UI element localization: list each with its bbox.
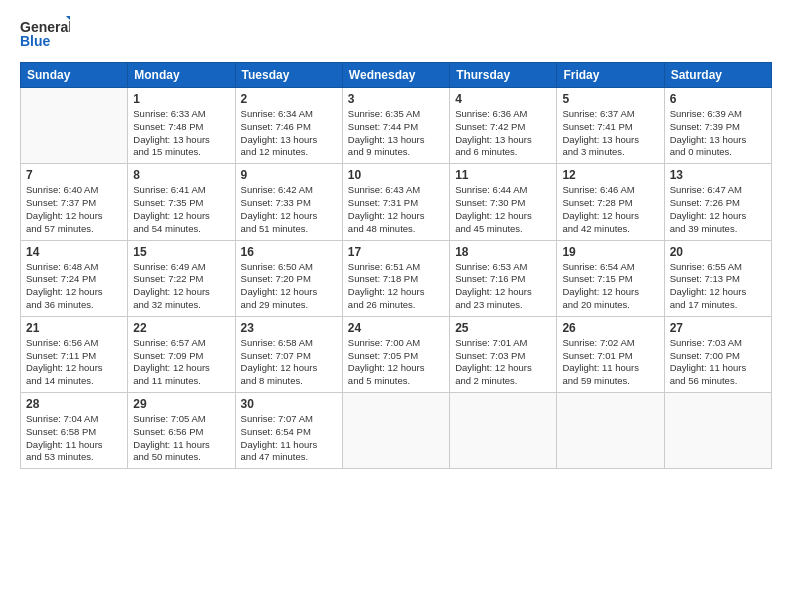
calendar-cell: 6Sunrise: 6:39 AM Sunset: 7:39 PM Daylig… xyxy=(664,88,771,164)
day-number: 17 xyxy=(348,245,444,259)
day-info: Sunrise: 6:37 AM Sunset: 7:41 PM Dayligh… xyxy=(562,108,658,159)
weekday-header: Sunday xyxy=(21,63,128,88)
day-info: Sunrise: 6:55 AM Sunset: 7:13 PM Dayligh… xyxy=(670,261,766,312)
calendar-cell: 20Sunrise: 6:55 AM Sunset: 7:13 PM Dayli… xyxy=(664,240,771,316)
day-number: 14 xyxy=(26,245,122,259)
day-info: Sunrise: 6:46 AM Sunset: 7:28 PM Dayligh… xyxy=(562,184,658,235)
logo: General Blue xyxy=(20,16,70,52)
calendar-cell: 23Sunrise: 6:58 AM Sunset: 7:07 PM Dayli… xyxy=(235,316,342,392)
day-number: 24 xyxy=(348,321,444,335)
calendar-cell xyxy=(450,393,557,469)
page-header: General Blue xyxy=(20,16,772,52)
weekday-header: Monday xyxy=(128,63,235,88)
day-number: 11 xyxy=(455,168,551,182)
calendar-week-row: 7Sunrise: 6:40 AM Sunset: 7:37 PM Daylig… xyxy=(21,164,772,240)
calendar-cell: 26Sunrise: 7:02 AM Sunset: 7:01 PM Dayli… xyxy=(557,316,664,392)
day-number: 18 xyxy=(455,245,551,259)
day-number: 1 xyxy=(133,92,229,106)
calendar-week-row: 14Sunrise: 6:48 AM Sunset: 7:24 PM Dayli… xyxy=(21,240,772,316)
day-number: 22 xyxy=(133,321,229,335)
calendar-cell: 25Sunrise: 7:01 AM Sunset: 7:03 PM Dayli… xyxy=(450,316,557,392)
day-info: Sunrise: 6:54 AM Sunset: 7:15 PM Dayligh… xyxy=(562,261,658,312)
calendar-cell: 12Sunrise: 6:46 AM Sunset: 7:28 PM Dayli… xyxy=(557,164,664,240)
calendar-cell: 13Sunrise: 6:47 AM Sunset: 7:26 PM Dayli… xyxy=(664,164,771,240)
day-info: Sunrise: 6:42 AM Sunset: 7:33 PM Dayligh… xyxy=(241,184,337,235)
day-number: 10 xyxy=(348,168,444,182)
calendar-cell: 14Sunrise: 6:48 AM Sunset: 7:24 PM Dayli… xyxy=(21,240,128,316)
calendar-cell: 8Sunrise: 6:41 AM Sunset: 7:35 PM Daylig… xyxy=(128,164,235,240)
calendar-cell xyxy=(342,393,449,469)
day-number: 29 xyxy=(133,397,229,411)
calendar-cell: 17Sunrise: 6:51 AM Sunset: 7:18 PM Dayli… xyxy=(342,240,449,316)
day-number: 20 xyxy=(670,245,766,259)
day-info: Sunrise: 6:50 AM Sunset: 7:20 PM Dayligh… xyxy=(241,261,337,312)
day-number: 30 xyxy=(241,397,337,411)
day-info: Sunrise: 6:39 AM Sunset: 7:39 PM Dayligh… xyxy=(670,108,766,159)
day-number: 21 xyxy=(26,321,122,335)
day-info: Sunrise: 6:56 AM Sunset: 7:11 PM Dayligh… xyxy=(26,337,122,388)
day-info: Sunrise: 6:43 AM Sunset: 7:31 PM Dayligh… xyxy=(348,184,444,235)
logo-svg: General Blue xyxy=(20,16,70,52)
day-number: 27 xyxy=(670,321,766,335)
calendar-cell: 5Sunrise: 6:37 AM Sunset: 7:41 PM Daylig… xyxy=(557,88,664,164)
day-number: 4 xyxy=(455,92,551,106)
weekday-header: Wednesday xyxy=(342,63,449,88)
calendar-header-row: SundayMondayTuesdayWednesdayThursdayFrid… xyxy=(21,63,772,88)
calendar-cell: 18Sunrise: 6:53 AM Sunset: 7:16 PM Dayli… xyxy=(450,240,557,316)
day-info: Sunrise: 6:47 AM Sunset: 7:26 PM Dayligh… xyxy=(670,184,766,235)
calendar-cell: 19Sunrise: 6:54 AM Sunset: 7:15 PM Dayli… xyxy=(557,240,664,316)
calendar-cell: 27Sunrise: 7:03 AM Sunset: 7:00 PM Dayli… xyxy=(664,316,771,392)
day-number: 9 xyxy=(241,168,337,182)
day-info: Sunrise: 6:41 AM Sunset: 7:35 PM Dayligh… xyxy=(133,184,229,235)
day-number: 5 xyxy=(562,92,658,106)
day-info: Sunrise: 6:44 AM Sunset: 7:30 PM Dayligh… xyxy=(455,184,551,235)
calendar-cell: 16Sunrise: 6:50 AM Sunset: 7:20 PM Dayli… xyxy=(235,240,342,316)
calendar-cell: 3Sunrise: 6:35 AM Sunset: 7:44 PM Daylig… xyxy=(342,88,449,164)
calendar-cell: 9Sunrise: 6:42 AM Sunset: 7:33 PM Daylig… xyxy=(235,164,342,240)
calendar-cell: 2Sunrise: 6:34 AM Sunset: 7:46 PM Daylig… xyxy=(235,88,342,164)
svg-text:Blue: Blue xyxy=(20,33,51,49)
calendar-cell: 10Sunrise: 6:43 AM Sunset: 7:31 PM Dayli… xyxy=(342,164,449,240)
day-info: Sunrise: 6:58 AM Sunset: 7:07 PM Dayligh… xyxy=(241,337,337,388)
day-info: Sunrise: 7:04 AM Sunset: 6:58 PM Dayligh… xyxy=(26,413,122,464)
calendar-cell: 11Sunrise: 6:44 AM Sunset: 7:30 PM Dayli… xyxy=(450,164,557,240)
weekday-header: Tuesday xyxy=(235,63,342,88)
day-number: 13 xyxy=(670,168,766,182)
calendar-cell xyxy=(664,393,771,469)
weekday-header: Friday xyxy=(557,63,664,88)
calendar-week-row: 28Sunrise: 7:04 AM Sunset: 6:58 PM Dayli… xyxy=(21,393,772,469)
day-info: Sunrise: 6:57 AM Sunset: 7:09 PM Dayligh… xyxy=(133,337,229,388)
day-info: Sunrise: 6:53 AM Sunset: 7:16 PM Dayligh… xyxy=(455,261,551,312)
day-number: 12 xyxy=(562,168,658,182)
calendar-cell: 15Sunrise: 6:49 AM Sunset: 7:22 PM Dayli… xyxy=(128,240,235,316)
calendar-cell xyxy=(557,393,664,469)
calendar-cell: 7Sunrise: 6:40 AM Sunset: 7:37 PM Daylig… xyxy=(21,164,128,240)
calendar-week-row: 1Sunrise: 6:33 AM Sunset: 7:48 PM Daylig… xyxy=(21,88,772,164)
day-number: 26 xyxy=(562,321,658,335)
weekday-header: Thursday xyxy=(450,63,557,88)
day-info: Sunrise: 7:00 AM Sunset: 7:05 PM Dayligh… xyxy=(348,337,444,388)
day-info: Sunrise: 6:51 AM Sunset: 7:18 PM Dayligh… xyxy=(348,261,444,312)
calendar-cell xyxy=(21,88,128,164)
day-info: Sunrise: 6:49 AM Sunset: 7:22 PM Dayligh… xyxy=(133,261,229,312)
day-number: 7 xyxy=(26,168,122,182)
weekday-header: Saturday xyxy=(664,63,771,88)
day-number: 6 xyxy=(670,92,766,106)
day-number: 23 xyxy=(241,321,337,335)
day-number: 19 xyxy=(562,245,658,259)
day-info: Sunrise: 6:48 AM Sunset: 7:24 PM Dayligh… xyxy=(26,261,122,312)
day-number: 28 xyxy=(26,397,122,411)
calendar-cell: 21Sunrise: 6:56 AM Sunset: 7:11 PM Dayli… xyxy=(21,316,128,392)
day-number: 2 xyxy=(241,92,337,106)
day-info: Sunrise: 7:02 AM Sunset: 7:01 PM Dayligh… xyxy=(562,337,658,388)
day-info: Sunrise: 6:35 AM Sunset: 7:44 PM Dayligh… xyxy=(348,108,444,159)
calendar-week-row: 21Sunrise: 6:56 AM Sunset: 7:11 PM Dayli… xyxy=(21,316,772,392)
day-info: Sunrise: 6:40 AM Sunset: 7:37 PM Dayligh… xyxy=(26,184,122,235)
day-info: Sunrise: 6:36 AM Sunset: 7:42 PM Dayligh… xyxy=(455,108,551,159)
calendar-cell: 22Sunrise: 6:57 AM Sunset: 7:09 PM Dayli… xyxy=(128,316,235,392)
day-number: 16 xyxy=(241,245,337,259)
day-info: Sunrise: 7:01 AM Sunset: 7:03 PM Dayligh… xyxy=(455,337,551,388)
calendar-cell: 4Sunrise: 6:36 AM Sunset: 7:42 PM Daylig… xyxy=(450,88,557,164)
calendar-cell: 24Sunrise: 7:00 AM Sunset: 7:05 PM Dayli… xyxy=(342,316,449,392)
calendar-cell: 29Sunrise: 7:05 AM Sunset: 6:56 PM Dayli… xyxy=(128,393,235,469)
